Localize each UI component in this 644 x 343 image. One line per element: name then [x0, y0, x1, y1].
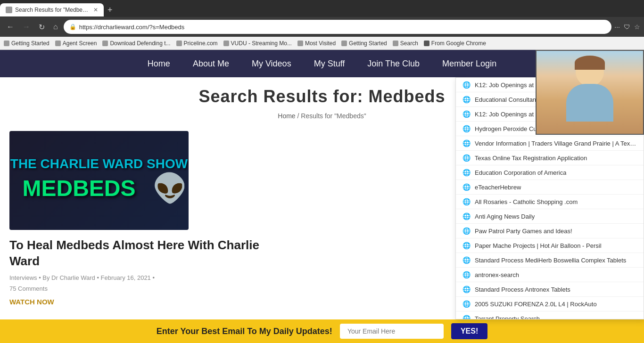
new-tab-button[interactable]: + [104, 5, 116, 15]
bookmark-favicon [297, 41, 303, 46]
article-comments: 75 Comments [9, 285, 292, 292]
breadcrumb-home[interactable]: Home [278, 112, 295, 120]
dropdown-item[interactable]: 🌐Texas Online Tax Registration Applicati… [456, 151, 644, 165]
email-submit-button[interactable]: YES! [451, 323, 487, 339]
bookmark-vudu[interactable]: VUDU - Streaming Mo... [223, 40, 292, 47]
meta-sep3: • [152, 274, 155, 281]
refresh-button[interactable]: ↻ [36, 22, 48, 33]
tab-favicon [6, 7, 12, 13]
dropdown-item[interactable]: 🌐Standard Process MediHerb Boswellia Com… [456, 253, 644, 268]
nav-about-me[interactable]: About Me [193, 59, 229, 69]
dropdown-item-text: antronex-search [475, 271, 519, 278]
bookmark-favicon [341, 41, 347, 46]
dropdown-item-text: Standard Process Antronex Tablets [475, 286, 570, 293]
article-title: To Heal Medbeds Almost Here With Charlie… [9, 237, 292, 270]
globe-icon: 🌐 [462, 198, 470, 205]
dropdown-item-text: eTeacherHebrew [475, 184, 521, 191]
bookmark-agent-screen[interactable]: Agent Screen [55, 40, 97, 47]
dropdown-item[interactable]: 🌐All Rosaries - Catholic Shopping .com [456, 195, 644, 209]
article-meta: Interviews • By Dr Charlie Ward • Februa… [9, 274, 292, 281]
globe-icon: 🌐 [462, 315, 470, 319]
medbeds-label: MEDBEDS [10, 175, 148, 201]
dropdown-item[interactable]: 🌐antronex-search [456, 268, 644, 282]
dropdown-item-text: Paw Patrol Party Games and Ideas! [475, 228, 572, 235]
bookmark-label: Getting Started [11, 40, 50, 47]
bookmark-label: Agent Screen [63, 40, 97, 47]
article-date: February 16, 2021 [101, 274, 151, 281]
back-button[interactable]: ← [4, 22, 17, 32]
dropdown-item-text: Texas Online Tax Registration Applicatio… [475, 155, 587, 162]
bookmark-getting-started[interactable]: Getting Started [4, 40, 50, 47]
url-text: https://drcharlieward.com/?s=Medbeds [79, 24, 606, 31]
bookmark-favicon [393, 41, 398, 46]
bookmark-label: From Google Chrome [431, 40, 486, 47]
shield-icon[interactable]: 🛡 [624, 23, 630, 31]
dropdown-item[interactable]: 🌐Paw Patrol Party Games and Ideas! [456, 224, 644, 238]
dropdown-item[interactable]: 🌐Standard Process Antronex Tablets [456, 282, 644, 297]
globe-icon: 🌐 [462, 271, 470, 278]
dropdown-item[interactable]: 🌐Vendor Information | Traders Village Gr… [456, 136, 644, 151]
dropdown-item[interactable]: 🌐2005 SUZUKI FORENZA 2.0L L4 | RockAuto [456, 297, 644, 311]
bookmark-download-defending[interactable]: Download Defending t... [102, 40, 170, 47]
dropdown-item[interactable]: 🌐Education Corporation of America [456, 165, 644, 180]
bookmark-favicon [223, 41, 229, 46]
article-category: Interviews [9, 274, 37, 281]
nav-my-videos[interactable]: My Videos [252, 59, 291, 69]
more-options-icon[interactable]: ··· [614, 23, 620, 31]
globe-icon: 🌐 [462, 212, 470, 220]
show-title: THE CHARLIE WARD SHOW [10, 156, 188, 172]
bookmark-google-chrome[interactable]: From Google Chrome [424, 40, 486, 47]
bookmark-favicon [176, 41, 182, 46]
bookmark-label: Getting Started [349, 40, 387, 47]
bookmark-label: Download Defending t... [110, 40, 170, 47]
browser-actions: ··· 🛡 ☆ [614, 23, 640, 31]
email-input[interactable] [340, 324, 444, 339]
dropdown-item[interactable]: 🌐eTeacherHebrew [456, 180, 644, 195]
bookmark-getting-started2[interactable]: Getting Started [341, 40, 387, 47]
active-tab[interactable]: Search Results for "Medbeds" - ✕ [0, 3, 104, 16]
nav-my-stuff[interactable]: My Stuff [314, 59, 345, 69]
bookmark-most-visited[interactable]: Most Visited [297, 40, 336, 47]
tab-bar: Search Results for "Medbeds" - ✕ + [0, 0, 644, 17]
bookmarks-bar: Getting Started Agent Screen Download De… [0, 37, 644, 50]
globe-icon: 🌐 [462, 81, 470, 89]
globe-icon: 🌐 [462, 96, 470, 103]
dropdown-item-text: Standard Process MediHerb Boswellia Comp… [475, 257, 626, 264]
globe-icon: 🌐 [462, 256, 470, 264]
nav-join-the-club[interactable]: Join The Club [367, 59, 420, 69]
watch-now-link[interactable]: WATCH NOW [9, 298, 54, 306]
nav-member-login[interactable]: Member Login [442, 59, 496, 69]
webcam-person [537, 51, 643, 134]
dropdown-item[interactable]: 🌐Tarrant Property Search [456, 311, 644, 319]
bookmark-favicon [4, 41, 9, 46]
dropdown-item[interactable]: 🌐Anti Aging News Daily [456, 209, 644, 224]
bookmark-favicon [102, 41, 108, 46]
globe-icon: 🌐 [462, 139, 470, 147]
globe-icon: 🌐 [462, 154, 470, 162]
nav-home[interactable]: Home [148, 59, 170, 69]
address-bar-row: ← → ↻ ⌂ 🔒 https://drcharlieward.com/?s=M… [0, 17, 644, 37]
globe-icon: 🌐 [462, 183, 470, 191]
dropdown-item[interactable]: 🌐Paper Mache Projects | Hot Air Balloon … [456, 238, 644, 253]
globe-icon: 🌐 [462, 300, 470, 308]
forward-button[interactable]: → [20, 22, 33, 32]
globe-icon: 🌐 [462, 169, 470, 176]
dropdown-item-text: Tarrant Property Search [475, 315, 540, 320]
bookmark-label: Most Visited [305, 40, 336, 47]
page-content: Home About Me My Videos My Stuff Join Th… [0, 50, 644, 343]
dropdown-item-text: All Rosaries - Catholic Shopping .com [475, 198, 578, 205]
tab-close-button[interactable]: ✕ [93, 7, 98, 13]
bookmark-favicon [55, 41, 61, 46]
dropdown-item-text: Education Corporation of America [475, 169, 566, 176]
webcam-overlay [536, 50, 644, 135]
bookmark-search[interactable]: Search [393, 40, 418, 47]
bookmark-priceline[interactable]: Priceline.com [176, 40, 218, 47]
globe-icon: 🌐 [462, 286, 470, 293]
article-author: By Dr Charlie Ward [42, 274, 95, 281]
globe-icon: 🌐 [462, 125, 470, 132]
bookmark-favicon [424, 41, 429, 46]
globe-icon: 🌐 [462, 110, 470, 118]
address-bar[interactable]: 🔒 https://drcharlieward.com/?s=Medbeds [64, 20, 612, 34]
bookmark-star-icon[interactable]: ☆ [634, 23, 640, 31]
home-button[interactable]: ⌂ [50, 22, 61, 32]
